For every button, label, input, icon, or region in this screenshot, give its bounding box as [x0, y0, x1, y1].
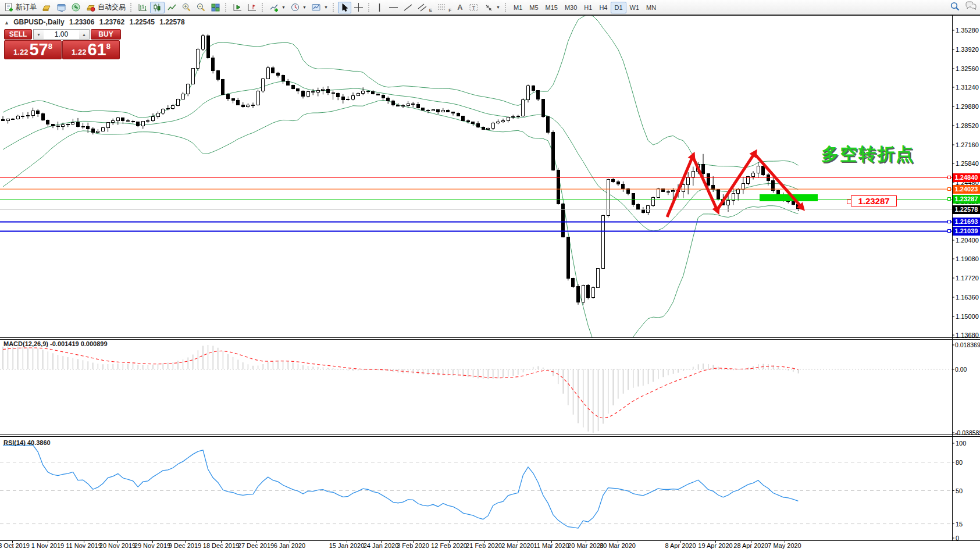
zoom-out-button[interactable] [194, 2, 208, 13]
sell-price-prefix: 1.22 [13, 48, 28, 56]
toolbar-separator [505, 3, 508, 12]
sell-price-pip: 8 [48, 42, 52, 51]
channel-letter: E [429, 8, 432, 13]
auto-scroll-icon [233, 3, 243, 12]
open-value: 1.23306 [69, 18, 94, 26]
fibo-letter: F [448, 8, 451, 13]
chart-profile-icon [311, 3, 322, 12]
trendline-tool-button[interactable] [401, 2, 415, 13]
toolbar-separator [262, 3, 265, 12]
crosshair-tool-button[interactable] [351, 2, 366, 13]
zoom-out-icon [196, 2, 206, 12]
timeframe-w1[interactable]: W1 [626, 2, 643, 13]
candlestick-chart-button[interactable] [150, 2, 165, 13]
indicators-button[interactable]: ▼ [267, 2, 288, 13]
channel-tool-button[interactable]: E [415, 2, 434, 13]
auto-scroll-button[interactable] [230, 2, 245, 13]
gold-ingot-button[interactable] [39, 2, 54, 13]
equidistant-channel-icon [418, 3, 427, 12]
chevron-down-icon: ▼ [302, 5, 307, 9]
terminal-window-button[interactable] [54, 2, 69, 13]
buy-button[interactable]: BUY [91, 29, 121, 40]
chevron-down-icon: ▼ [324, 5, 328, 9]
timeframe-m15[interactable]: M15 [542, 2, 561, 13]
text-label-tool-button[interactable]: T [466, 2, 482, 13]
buy-price-button[interactable]: 1.22 61 8 [62, 40, 120, 59]
horizontal-line-tool-button[interactable] [386, 2, 401, 13]
tile-windows-icon [211, 3, 220, 12]
chart-canvas[interactable] [0, 0, 980, 552]
volume-spinner: ▼ 1.00 ▲ [33, 29, 90, 40]
cursor-tool-button[interactable] [338, 2, 351, 13]
timeframe-d1[interactable]: D1 [611, 2, 626, 13]
clock-icon [290, 2, 300, 12]
horizontal-line-icon [389, 3, 398, 12]
terminal-window-icon [56, 3, 66, 12]
auto-trading-icon [85, 3, 96, 12]
zoom-in-button[interactable] [179, 2, 194, 13]
new-order-label: 新订单 [16, 2, 37, 12]
fibonacci-tool-button[interactable]: F [434, 2, 454, 13]
line-chart-button[interactable] [165, 2, 179, 13]
search-icon[interactable] [950, 1, 960, 12]
volume-increase-button[interactable]: ▲ [79, 30, 89, 39]
timeframe-h4[interactable]: H4 [596, 2, 611, 13]
signal-icon [71, 2, 81, 12]
chat-icon[interactable] [965, 1, 977, 12]
sell-button[interactable]: SELL [4, 29, 32, 40]
toolbar-separator [130, 3, 133, 12]
sell-price-button[interactable]: 1.22 57 8 [4, 40, 62, 59]
chart-shift-icon [247, 3, 257, 12]
price-tag-handle[interactable] [847, 200, 851, 204]
line-chart-icon [167, 3, 177, 12]
one-click-trading-panel: SELL ▼ 1.00 ▲ BUY 1.22 57 8 1.22 61 8 [4, 29, 121, 59]
mt4-terminal: { "toolbar": { "new_order_label": "新订单",… [0, 0, 980, 552]
volume-input[interactable]: 1.00 [44, 30, 79, 39]
buy-price-prefix: 1.22 [72, 48, 86, 56]
arrows-tool-button[interactable]: ▼ [482, 2, 503, 13]
text-tool-icon: A [457, 3, 462, 12]
timeframe-h1[interactable]: H1 [580, 2, 596, 13]
gold-ingot-icon [41, 3, 52, 12]
timeframe-mn[interactable]: MN [643, 2, 660, 13]
trendline-icon [403, 3, 413, 12]
timeframe-m5[interactable]: M5 [526, 2, 541, 13]
buy-price-main: 61 [87, 41, 106, 58]
price-tag-label[interactable]: 1.23287 [851, 195, 897, 206]
fibonacci-icon [437, 3, 447, 12]
indicators-icon [269, 3, 279, 12]
volume-decrease-button[interactable]: ▼ [34, 30, 44, 39]
toolbar: 新订单 自动交易 ▼ ▼ [0, 0, 980, 15]
chevron-down-icon: ▼ [281, 5, 286, 9]
close-value: 1.22578 [159, 18, 184, 26]
text-tool-button[interactable]: A [454, 2, 466, 13]
timeframe-m1[interactable]: M1 [510, 2, 526, 13]
buy-price-pip: 8 [106, 42, 111, 51]
collapse-quote-icon: ▲ [4, 20, 9, 26]
text-label-icon: T [469, 3, 479, 12]
auto-trading-button[interactable]: 自动交易 [83, 2, 128, 13]
toolbar-separator [333, 3, 336, 12]
zoom-in-icon [181, 2, 191, 12]
timeframe-m30[interactable]: M30 [561, 2, 580, 13]
cursor-icon [340, 3, 349, 12]
candlestick-chart-icon [152, 3, 162, 12]
sell-price-main: 57 [29, 41, 48, 58]
svg-text:T: T [472, 5, 476, 10]
signal-button[interactable] [69, 2, 83, 13]
chart-shift-button[interactable] [245, 2, 259, 13]
auto-trading-label: 自动交易 [98, 2, 126, 12]
bar-chart-icon [138, 3, 148, 12]
new-order-button[interactable]: 新订单 [2, 2, 39, 13]
bar-chart-button[interactable] [136, 2, 150, 13]
crosshair-icon [354, 2, 364, 12]
vertical-line-tool-button[interactable] [373, 2, 386, 13]
timeframe-group: M1M5M15M30H1H4D1W1MN [510, 2, 660, 13]
tile-windows-button[interactable] [208, 2, 223, 13]
new-order-icon [4, 2, 14, 12]
ohlc-header: ▲ GBPUSD-,Daily 1.23306 1.23762 1.22545 … [4, 18, 188, 26]
high-value: 1.23762 [99, 18, 124, 26]
chart-profile-button[interactable]: ▼ [309, 2, 330, 13]
low-value: 1.22545 [129, 18, 154, 26]
timeframes-menu-button[interactable]: ▼ [288, 2, 309, 13]
